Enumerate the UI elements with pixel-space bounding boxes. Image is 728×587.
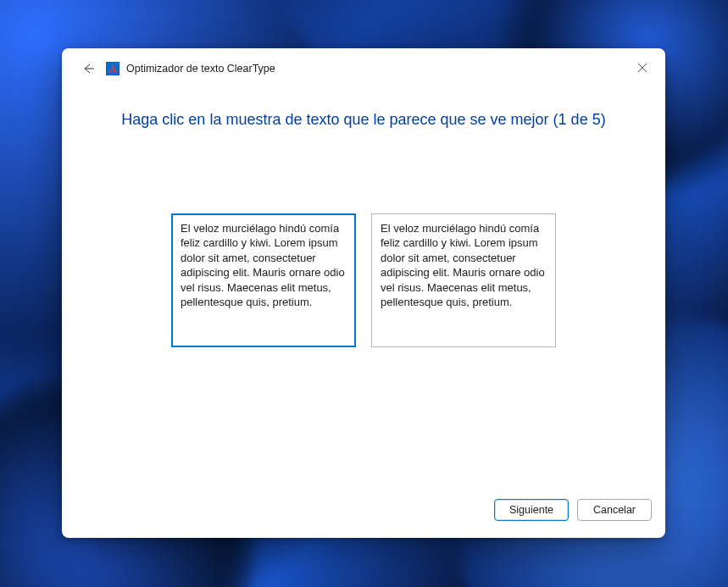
text-sample-option-1[interactable]: El veloz murciélago hindú comía feliz ca… [171,213,356,347]
instruction-heading: Haga clic en la muestra de texto que le … [104,111,623,129]
cleartype-wizard-dialog: A Optimizador de texto ClearType Haga cl… [62,48,665,538]
cancel-button[interactable]: Cancelar [577,499,652,521]
back-button[interactable] [81,61,96,76]
next-button[interactable]: Siguiente [494,499,569,521]
titlebar: A Optimizador de texto ClearType [62,48,665,89]
close-button[interactable] [635,60,650,75]
wizard-content: Haga clic en la muestra de texto que le … [62,89,665,494]
text-sample-option-2[interactable]: El veloz murciélago hindú comía feliz ca… [371,213,556,347]
dialog-footer: Siguiente Cancelar [62,494,665,538]
window-title: Optimizador de texto ClearType [126,63,275,75]
text-samples-row: El veloz murciélago hindú comía feliz ca… [104,213,623,347]
cleartype-app-icon: A [106,62,119,75]
